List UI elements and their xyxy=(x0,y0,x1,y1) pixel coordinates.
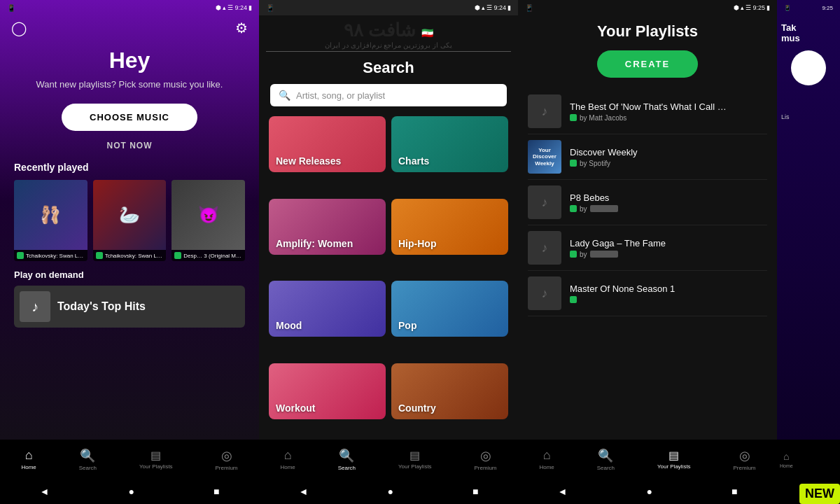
album-card-1[interactable]: 🩰 Tchaikovsky: Swan Lake, Op. 20 (… xyxy=(14,180,88,261)
album-card-3[interactable]: 😈 Desp… 3 (Original M… xyxy=(172,180,245,261)
home-icon-4: ⌂ xyxy=(783,451,789,462)
premium-icon-1: ◎ xyxy=(221,448,232,463)
create-playlist-button[interactable]: CREATE xyxy=(597,50,698,78)
playlist-name-2: Discover Weekly xyxy=(570,147,767,158)
playlist-item-4[interactable]: ♪ Lady Gaga – The Fame by xyxy=(528,225,767,271)
battery-icon-2: ▮ xyxy=(507,4,511,11)
music-icon: ♪ xyxy=(31,299,38,315)
status-bar-1: 📱 ⬢ ▴ ☰ 9:24 ▮ xyxy=(0,0,259,15)
nav-premium-1[interactable]: ◎ Premium xyxy=(216,448,238,471)
playlists-icon-2: ▤ xyxy=(410,449,420,462)
android-nav-3: ◄ ● ■ xyxy=(518,479,777,504)
playlist-info-4: Lady Gaga – The Fame by xyxy=(570,238,767,258)
right-status-icons: ⬢ ▴ ☰ 9:24 ▮ xyxy=(216,4,252,11)
album-title-1: Tchaikovsky: Swan Lake, Op. 20 (… xyxy=(26,253,85,259)
category-hiphop[interactable]: Hip-Hop xyxy=(391,199,508,255)
album-card-2[interactable]: 🦢 Tchaikovsky: Swan Lake xyxy=(93,180,167,261)
search-label-3: Search xyxy=(597,465,615,471)
bluetooth-icon-3: ⬢ xyxy=(734,4,739,11)
nav-premium-2[interactable]: ◎ Premium xyxy=(475,448,497,471)
new-badge: NEW xyxy=(799,484,840,504)
album-label-3: Desp… 3 (Original M… xyxy=(172,250,245,261)
playlist-item-1[interactable]: ♪ The Best Of 'Now That's What I Call … … xyxy=(528,89,767,134)
nav-search-2[interactable]: 🔍 Search xyxy=(338,448,356,471)
playlists-label-2: Your Playlists xyxy=(398,463,432,470)
back-btn-2[interactable]: ◄ xyxy=(299,486,309,497)
home-icon-2: ⌂ xyxy=(284,448,292,463)
wifi-icon: ▴ xyxy=(223,4,226,11)
premium-icon-3: ◎ xyxy=(739,448,750,463)
bluetooth-icon-2: ⬢ xyxy=(475,4,480,11)
time-display-3: 9:25 xyxy=(752,4,765,11)
phone-icon-3: 📱 xyxy=(525,4,533,12)
nav-home-4[interactable]: ⌂ Home xyxy=(780,451,793,468)
category-new-releases[interactable]: New Releases xyxy=(269,116,386,172)
category-workout[interactable]: Workout xyxy=(269,363,386,419)
not-now-label[interactable]: NOT NOW xyxy=(107,141,153,150)
playlist-item-2[interactable]: YourDiscoverWeekly Discover Weekly by Sp… xyxy=(528,134,767,180)
status-bar-2: 📱 ⬢ ▴ ☰ 9:24 ▮ xyxy=(259,0,518,15)
cat-label-workout: Workout xyxy=(276,402,316,414)
watermark-name: 🇮🇷 شافت ۹۸ xyxy=(266,20,511,41)
nav-search-1[interactable]: 🔍 Search xyxy=(79,448,97,471)
album-title-2: Tchaikovsky: Swan Lake xyxy=(105,253,164,259)
playlist-thumb-1: ♪ xyxy=(528,94,561,128)
android-nav-2: ◄ ● ■ xyxy=(259,479,518,504)
category-grid: New Releases Charts Amplify: Women Hip-H… xyxy=(259,116,518,440)
back-btn-1[interactable]: ◄ xyxy=(40,486,50,497)
music-note-icon-3: ♪ xyxy=(542,195,548,210)
nav-premium-3[interactable]: ◎ Premium xyxy=(734,448,756,471)
playlist-item-3[interactable]: ♪ P8 Bebes by xyxy=(528,180,767,225)
home-btn-3[interactable]: ● xyxy=(646,486,652,497)
playlists-label-3: Your Playlists xyxy=(657,463,691,470)
playlist-meta-4: by xyxy=(570,251,767,258)
nav-home-2[interactable]: ⌂ Home xyxy=(280,448,295,470)
settings-icon[interactable]: ⚙ xyxy=(235,20,248,36)
bottom-nav-4: ⌂ Home xyxy=(777,440,840,479)
signal-icon: ☰ xyxy=(227,4,233,11)
nav-home-1[interactable]: ⌂ Home xyxy=(21,448,36,470)
search-bar[interactable]: 🔍 Artist, song, or playlist xyxy=(270,84,507,106)
search-label-2: Search xyxy=(338,465,356,471)
back-btn-3[interactable]: ◄ xyxy=(558,486,568,497)
nav-playlists-2[interactable]: ▤ Your Playlists xyxy=(398,449,432,470)
playlist-info-3: P8 Bebes by xyxy=(570,192,767,213)
choose-music-button[interactable]: CHOOSE MUSIC xyxy=(62,104,197,131)
nav-search-3[interactable]: 🔍 Search xyxy=(597,448,615,471)
recent-btn-3[interactable]: ■ xyxy=(732,486,737,497)
today-hits-card[interactable]: ♪ Today's Top Hits xyxy=(14,286,245,328)
category-amplify[interactable]: Amplify: Women xyxy=(269,199,386,255)
category-mood[interactable]: Mood xyxy=(269,281,386,337)
time-4: 9:25 xyxy=(822,5,833,11)
album-title-3: Desp… 3 (Original M… xyxy=(183,253,241,259)
battery-icon: ▮ xyxy=(248,4,252,11)
playlist-by-3: by xyxy=(580,205,587,213)
redacted-name-3 xyxy=(590,205,618,212)
battery-icon-3: ▮ xyxy=(766,4,770,11)
nav-home-3[interactable]: ⌂ Home xyxy=(539,448,554,470)
home-btn-1[interactable]: ● xyxy=(128,486,134,497)
search-bar-icon: 🔍 xyxy=(279,90,290,101)
category-pop[interactable]: Pop xyxy=(391,281,508,337)
category-charts[interactable]: Charts xyxy=(391,116,508,172)
playlist-item-5[interactable]: ♪ Master Of None Season 1 xyxy=(528,271,767,316)
user-icon[interactable]: ◯ xyxy=(11,20,27,36)
search-placeholder: Artist, song, or playlist xyxy=(296,90,385,101)
search-label-1: Search xyxy=(79,465,97,471)
spotify-badge-p1 xyxy=(570,114,577,121)
nav-playlists-1[interactable]: ▤ Your Playlists xyxy=(139,449,173,470)
search-icon-2: 🔍 xyxy=(339,448,354,463)
today-hits-label: Today's Top Hits xyxy=(57,300,146,313)
bottom-nav-1: ⌂ Home 🔍 Search ▤ Your Playlists ◎ Premi… xyxy=(0,440,259,479)
album-label-1: Tchaikovsky: Swan Lake, Op. 20 (… xyxy=(14,250,88,261)
phone-icon: 📱 xyxy=(7,4,15,12)
recent-btn-2[interactable]: ■ xyxy=(472,486,478,497)
spotify-badge-p4 xyxy=(570,251,577,258)
music-note-icon-5: ♪ xyxy=(542,286,548,301)
screen-4-wrapper: 📱 9:25 Takmus Lis ⌂ Home ◄ NEW xyxy=(777,0,840,504)
nav-playlists-3[interactable]: ▤ Your Playlists xyxy=(657,449,691,470)
search-icon-3: 🔍 xyxy=(598,448,613,463)
home-btn-2[interactable]: ● xyxy=(387,486,393,497)
category-country[interactable]: Country xyxy=(391,363,508,419)
recent-btn-1[interactable]: ■ xyxy=(214,486,219,497)
